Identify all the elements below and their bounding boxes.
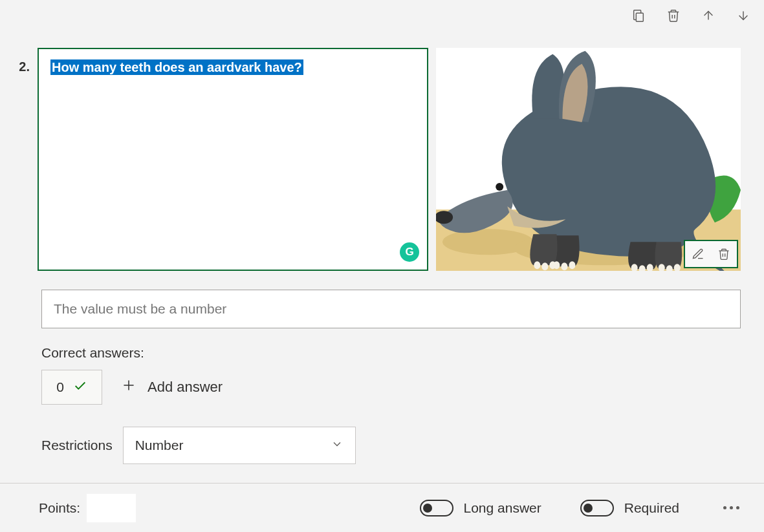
svg-point-8 [541,262,548,270]
correct-answers-row: 0 Add answer [41,370,223,405]
long-answer-label: Long answer [464,500,541,516]
long-answer-toggle[interactable] [420,500,453,516]
svg-point-12 [569,261,575,269]
svg-point-11 [561,262,567,270]
plus-icon [120,377,137,398]
question-number: 2. [12,48,30,74]
pencil-icon[interactable] [685,241,711,267]
arrow-down-icon[interactable] [736,8,751,23]
checkmark-icon [73,379,87,396]
image-actions [684,240,738,268]
more-options-icon[interactable] [718,501,745,515]
copy-icon[interactable] [631,8,646,23]
chevron-down-icon [331,438,344,454]
question-text-editor[interactable]: How many teeth does an aardvark have? G [38,48,428,271]
add-answer-button[interactable]: Add answer [120,377,223,398]
correct-answer-value: 0 [56,379,64,395]
restrictions-select[interactable]: Number [123,427,356,464]
correct-answer-chip[interactable]: 0 [41,370,102,405]
required-label: Required [624,500,679,516]
points-label: Points: [39,500,80,516]
svg-point-7 [534,261,540,269]
question-row: 2. How many teeth does an aardvark have?… [12,48,741,271]
correct-answers-label: Correct answers: [41,345,144,361]
aardvark-illustration [436,48,741,271]
points-input[interactable] [87,494,136,522]
question-footer: Points: Long answer Required [0,483,764,532]
long-answer-toggle-group: Long answer [420,500,541,516]
restrictions-label: Restrictions [41,438,113,453]
svg-rect-0 [636,13,643,21]
restrictions-value: Number [135,438,184,453]
trash-icon[interactable] [666,8,681,23]
grammarly-icon[interactable]: G [400,242,419,262]
required-toggle[interactable] [580,500,614,516]
arrow-up-icon[interactable] [701,8,716,23]
question-image [436,48,741,271]
svg-point-6 [496,183,503,191]
restrictions-row: Restrictions Number [41,427,356,464]
validation-message[interactable]: The value must be a number [41,290,741,328]
question-text[interactable]: How many teeth does an aardvark have? [50,59,303,75]
add-answer-label: Add answer [147,379,223,396]
required-toggle-group: Required [580,500,679,516]
svg-point-10 [553,261,560,269]
question-toolbar [631,8,751,23]
trash-icon[interactable] [711,241,737,267]
